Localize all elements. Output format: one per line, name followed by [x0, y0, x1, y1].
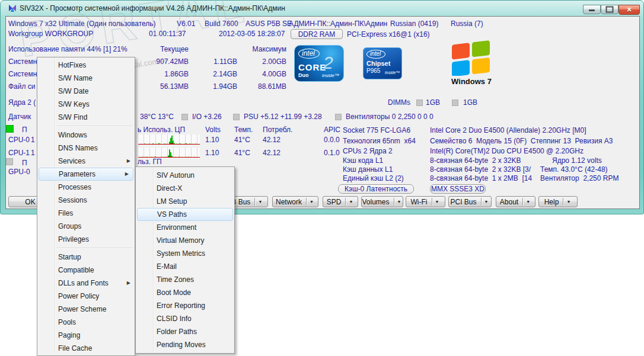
- info-value: 8-связная 64-byte 2 x 32KB [3/: [430, 165, 531, 174]
- submenu-item-system-metrics[interactable]: System Metrics: [136, 247, 234, 260]
- menu-item-files[interactable]: Files: [37, 207, 135, 220]
- io-voltage: I/O +3.26: [192, 113, 222, 121]
- language: Russian (0419): [390, 20, 438, 28]
- cpu-apic: 0.0.0: [324, 136, 340, 144]
- submenu-arrow-icon: ▶: [125, 168, 129, 180]
- pci-bus-button[interactable]: PCI Bus▼: [448, 196, 492, 207]
- submenu-item-environment[interactable]: Environment: [136, 221, 234, 234]
- menu-item-file-cache[interactable]: File Cache: [37, 342, 135, 355]
- menu-item-startup[interactable]: Startup: [37, 251, 135, 264]
- submenu-item-folder-paths[interactable]: Folder Paths: [136, 325, 234, 338]
- dropdown-arrow-icon: ▼: [349, 200, 354, 204]
- col-apic: APIC: [324, 126, 340, 134]
- split-divider: [394, 198, 394, 206]
- submenu-item-direct-x[interactable]: Direct-X: [136, 182, 234, 195]
- psu-voltages: PSU +5.12 +11.99 +3.28: [244, 113, 322, 121]
- mmx-ssse3-button[interactable]: MMX SSSE3 XD: [430, 184, 486, 194]
- submenu-item-virtual-memory[interactable]: Virtual Memory: [136, 234, 234, 247]
- cache-latency-button[interactable]: Кэш-0 Латентность: [338, 184, 414, 194]
- menu-item-s-w-keys[interactable]: S/W Keys: [37, 98, 135, 111]
- cpu-temp: 41°C: [234, 149, 250, 157]
- menu-item-label: Parameters: [59, 170, 95, 178]
- spd-button[interactable]: SPD▼: [323, 196, 358, 207]
- gpu-usage-header: льз. ГП: [138, 158, 162, 166]
- menu-item-windows[interactable]: Windows: [37, 129, 135, 142]
- menu-item-label: Sessions: [58, 196, 87, 204]
- memory-max: 2.00GB: [237, 57, 286, 66]
- submenu-item-time-zones[interactable]: Time Zones: [136, 273, 234, 286]
- dimm-indicator: [416, 100, 423, 106]
- submenu-item-error-reporting[interactable]: Error Reporting: [136, 299, 234, 312]
- submenu-item-clsid-info[interactable]: CLSID Info: [136, 312, 234, 325]
- intel-chipset-logo: intel Chipset P965 inside™: [363, 47, 402, 79]
- workgroup: Workgroup WORKGROUP: [8, 30, 93, 38]
- menu-item-dns-names[interactable]: DNS Names: [37, 142, 135, 155]
- menu-item-sessions[interactable]: Sessions: [37, 194, 135, 207]
- menu-item-dlls-and-fonts[interactable]: DLLs and Fonts▶: [37, 277, 135, 290]
- memory-max: 88.61MB: [237, 82, 286, 91]
- dropdown-arrow-icon: ▼: [526, 200, 531, 204]
- menu-item-s-w-date[interactable]: S/W Date: [37, 85, 135, 98]
- menu-item-label: Folder Paths: [157, 328, 197, 336]
- network-button[interactable]: Network▼: [272, 196, 318, 207]
- wifi-button[interactable]: Wi-Fi▼: [406, 196, 445, 207]
- dropdown-arrow-icon: ▼: [566, 200, 572, 204]
- fans-speeds: Вентиляторы 0 2,250 0 0 0: [346, 113, 433, 121]
- help-button[interactable]: Help▼: [538, 196, 578, 207]
- submenu-item-lm-setup[interactable]: LM Setup: [136, 195, 234, 208]
- split-divider: [254, 198, 255, 206]
- split-divider: [481, 198, 482, 206]
- cpu1-usage-graph: [138, 147, 200, 158]
- cpu-usage-header: ь Использ. ЦП: [138, 126, 185, 134]
- cores-label: Ядра 2 (: [8, 98, 36, 107]
- memory-row-label: Системн: [8, 70, 37, 78]
- menu-item-label: Power Policy: [58, 292, 99, 300]
- motherboard: ASUS P5B SE: [246, 20, 292, 28]
- menu-item-label: VS Paths: [157, 210, 187, 219]
- menu-item-privileges[interactable]: Privileges: [37, 233, 135, 246]
- menu-item-power-scheme[interactable]: Power Scheme: [37, 303, 135, 316]
- menu-item-label: HotFixes: [58, 61, 86, 69]
- ddr2-ram-button[interactable]: DDR2 RAM: [291, 29, 343, 39]
- memory-col-max: Максимум: [237, 45, 286, 53]
- menu-item-power-policy[interactable]: Power Policy: [37, 290, 135, 303]
- volumes-button[interactable]: Volumes▼: [361, 196, 403, 207]
- menu-item-label: Boot Mode: [157, 288, 191, 297]
- menu-item-hotfixes[interactable]: HotFixes: [37, 59, 135, 72]
- menu-item-s-w-find[interactable]: S/W Find: [37, 111, 135, 124]
- cpu-power: 42.12: [263, 136, 280, 144]
- menu-item-label: S/W Date: [58, 87, 88, 95]
- about-button[interactable]: About▼: [496, 196, 535, 207]
- menu-item-parameters[interactable]: Parameters▶: [39, 168, 133, 181]
- info-label: Кэш кода L1: [343, 156, 383, 165]
- menu-item-label: System Metrics: [157, 249, 205, 258]
- menu-item-services[interactable]: Services▶: [37, 155, 135, 168]
- cpu-volts: 1.10: [205, 136, 219, 144]
- menu-item-label: Environment: [157, 223, 196, 232]
- submenu-item-boot-mode[interactable]: Boot Mode: [136, 286, 234, 299]
- split-divider: [522, 198, 523, 206]
- info-value: 8-связная 64-byte 1 x 2MB [14: [430, 174, 532, 182]
- menu-item-processes[interactable]: Processes: [37, 181, 135, 194]
- split-divider: [432, 198, 432, 206]
- submenu-item-pending-moves[interactable]: Pending Moves: [136, 338, 234, 351]
- menu-item-paging[interactable]: Paging: [37, 329, 135, 342]
- submenu-item-e-mail[interactable]: E-Mail: [136, 260, 234, 273]
- menu-item-compatible[interactable]: Compatible: [37, 264, 135, 277]
- submenu-item-vs-paths[interactable]: VS Paths: [137, 208, 233, 221]
- menu-item-s-w-name[interactable]: S/W Name: [37, 72, 135, 85]
- memory-max: 4.00GB: [237, 70, 286, 78]
- cpu-row-name: CPU-1: [8, 149, 30, 157]
- menu-item-label: CLSID Info: [157, 315, 192, 323]
- dropdown-arrow-icon: ▼: [258, 200, 263, 204]
- submenu-item-siv-autorun[interactable]: SIV Autorun: [136, 169, 234, 182]
- cpu-row-name: CPU-0: [8, 136, 30, 144]
- memory-peak: 1.11GB: [189, 57, 237, 66]
- menu-item-label: Direct-X: [157, 184, 182, 193]
- info-value: 8-связная 64-byte 2 x 32KB: [430, 156, 521, 165]
- menu-item-label: DLLs and Fonts: [58, 279, 109, 287]
- menu-item-label: Windows: [58, 131, 87, 139]
- menu-item-pools[interactable]: Pools: [37, 316, 135, 329]
- memory-col-current: Текущее: [109, 45, 189, 53]
- menu-item-groups[interactable]: Groups: [37, 220, 135, 233]
